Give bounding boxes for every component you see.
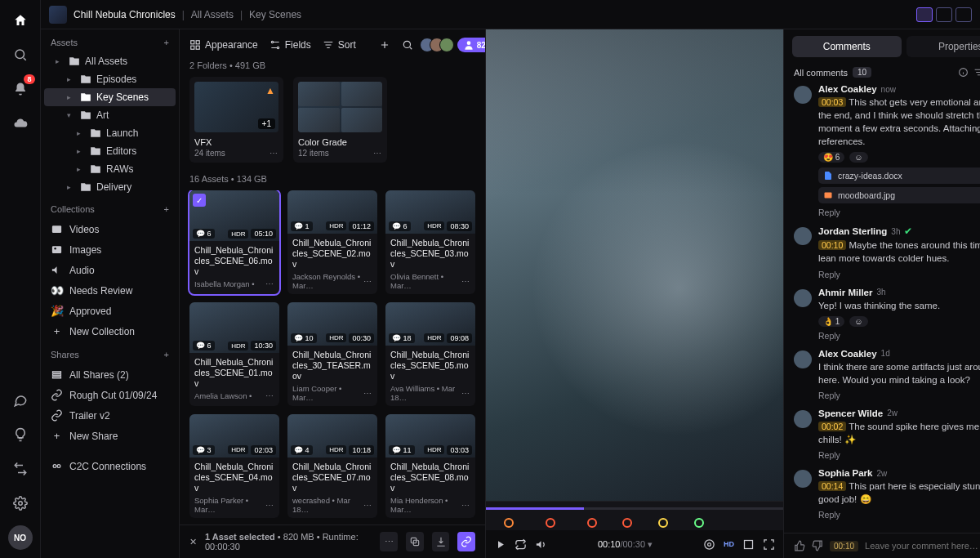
asset-card[interactable]: 💬 4 HDR10:18 Chill_Nebula_Chronicles_SCE… [287, 414, 377, 518]
asset-more-icon[interactable]: ⋯ [265, 501, 274, 510]
share-all[interactable]: All Shares (2) [41, 364, 179, 385]
collection-audio[interactable]: Audio [41, 260, 179, 280]
appearance-button[interactable]: Appearance [189, 39, 258, 51]
folder-card[interactable]: ▲ +1 VFX 24 items⋯ [189, 77, 283, 163]
filter-icon[interactable] [973, 67, 980, 78]
asset-more-icon[interactable]: ⋯ [265, 391, 274, 400]
new-share[interactable]: +New Share [41, 426, 179, 446]
asset-more-icon[interactable]: ⋯ [461, 389, 470, 398]
collection-needs-review[interactable]: 👀Needs Review [41, 280, 179, 301]
selected-check-icon[interactable]: ✓ [193, 194, 206, 207]
tree-delivery[interactable]: ▸Delivery [44, 178, 176, 196]
cloud-icon[interactable] [8, 111, 33, 136]
layout-single-pane[interactable] [956, 7, 972, 22]
sort-button[interactable]: Sort [323, 39, 356, 51]
loop-button[interactable] [514, 538, 527, 551]
thumbs-down-icon[interactable] [812, 540, 823, 551]
crumb-project[interactable]: Chill Nebula Chronicles [74, 9, 176, 20]
timecode-badge[interactable]: 00:02 [818, 422, 846, 431]
tree-key-scenes[interactable]: ▸Key Scenes [44, 88, 176, 106]
transfer-icon[interactable] [8, 457, 33, 481]
asset-more-icon[interactable]: ⋯ [265, 279, 274, 288]
add-reaction-icon[interactable]: ☺ [849, 316, 867, 327]
crumb-parent[interactable]: All Assets [191, 9, 234, 20]
timeline[interactable] [486, 501, 783, 516]
collection-images[interactable]: Images [41, 239, 179, 260]
commenter-avatar[interactable] [794, 410, 812, 428]
asset-card[interactable]: 💬 10 HDR00:30 Chill_Nebula_Chronicles_30… [287, 302, 377, 406]
asset-card[interactable]: 💬 1 HDR01:12 Chill_Nebula_Chronicles_SCE… [287, 190, 377, 294]
attachment[interactable]: moodboard.jpg [818, 187, 980, 203]
add-share-icon[interactable]: + [164, 350, 169, 359]
asset-card[interactable]: 💬 11 HDR03:03 Chill_Nebula_Chronicles_SC… [385, 414, 475, 518]
presence-count-pill[interactable]: 82 [457, 38, 486, 52]
reply-button[interactable]: Reply [818, 510, 840, 520]
layout-two-pane[interactable] [936, 7, 952, 22]
asset-card[interactable]: 💬 3 HDR02:03 Chill_Nebula_Chronicles_SCE… [189, 414, 279, 518]
timecode-badge[interactable]: 00:14 [818, 481, 846, 491]
tree-episodes[interactable]: ▸Episodes [44, 70, 176, 88]
quality-button[interactable] [703, 538, 715, 551]
folder-more-icon[interactable]: ⋯ [270, 149, 278, 158]
commenter-avatar[interactable] [794, 289, 812, 307]
crumb-current[interactable]: Key Scenes [249, 9, 301, 20]
tree-editors[interactable]: ▸Editors [44, 142, 176, 160]
lightbulb-icon[interactable] [8, 422, 33, 447]
tab-comments[interactable]: Comments [792, 36, 902, 57]
asset-card[interactable]: ✓ 💬 6 HDR05:10 Chill_Nebula_Chronicles_S… [189, 190, 279, 294]
volume-button[interactable] [535, 538, 547, 551]
tree-art[interactable]: ▾Art [44, 106, 176, 124]
asset-card[interactable]: 💬 6 HDR10:30 Chill_Nebula_Chronicles_SCE… [189, 302, 279, 406]
layout-three-pane[interactable] [916, 7, 933, 22]
tab-properties[interactable]: Properties [906, 36, 980, 57]
timecode-badge[interactable]: 00:03 [818, 97, 846, 107]
selection-share-button[interactable] [457, 532, 475, 551]
add-collection-icon[interactable]: + [164, 204, 169, 214]
reply-button[interactable]: Reply [818, 391, 840, 400]
commenter-avatar[interactable] [794, 350, 812, 368]
asset-card[interactable]: 💬 6 HDR08:30 Chill_Nebula_Chronicles_SCE… [385, 190, 475, 294]
asset-card[interactable]: 💬 18 HDR09:08 Chill_Nebula_Chronicles_SC… [385, 302, 475, 406]
tree-all-assets[interactable]: ▸All Assets [44, 52, 176, 70]
commenter-avatar[interactable] [794, 227, 812, 245]
tree-raws[interactable]: ▸RAWs [44, 160, 176, 178]
selection-download-button[interactable] [432, 532, 450, 551]
share-trailer[interactable]: Trailer v2 [41, 405, 179, 426]
selection-more-button[interactable]: ⋯ [380, 532, 398, 551]
presence-group[interactable]: 82 [425, 38, 486, 52]
chat-icon[interactable] [8, 388, 33, 413]
search-icon[interactable] [8, 42, 33, 67]
info-icon[interactable] [958, 67, 969, 78]
attachment[interactable]: crazy-ideas.docx [818, 167, 980, 184]
thumbs-up-icon[interactable] [794, 540, 805, 551]
reply-button[interactable]: Reply [818, 450, 840, 460]
search-assets-button[interactable] [402, 39, 413, 51]
reply-button[interactable]: Reply [818, 208, 840, 217]
tree-launch[interactable]: ▸Launch [44, 124, 176, 142]
asset-more-icon[interactable]: ⋯ [363, 501, 372, 510]
add-asset-icon[interactable]: + [164, 38, 169, 47]
project-thumbnail[interactable] [49, 6, 67, 24]
asset-more-icon[interactable]: ⋯ [363, 389, 372, 398]
user-avatar[interactable]: NO [8, 525, 33, 550]
asset-more-icon[interactable]: ⋯ [461, 501, 470, 510]
reply-button[interactable]: Reply [818, 331, 840, 341]
collection-approved[interactable]: 🎉Approved [41, 301, 179, 321]
c2c-connections[interactable]: C2C Connections [41, 456, 179, 476]
guides-button[interactable] [742, 538, 755, 551]
composer-timecode[interactable]: 00:10 [830, 541, 858, 551]
add-reaction-icon[interactable]: ☺ [849, 152, 867, 163]
reaction-pill[interactable]: 😍 6 [818, 152, 844, 163]
clear-selection-icon[interactable]: ✕ [189, 537, 197, 547]
reply-button[interactable]: Reply [818, 270, 840, 279]
folder-card[interactable]: Color Grade 12 items⋯ [293, 77, 387, 163]
collection-videos[interactable]: Videos [41, 219, 179, 239]
reaction-pill[interactable]: 👌 1 [818, 316, 844, 327]
timecode-badge[interactable]: 00:10 [818, 240, 846, 250]
share-rough-cut[interactable]: Rough Cut 01/09/24 [41, 385, 179, 405]
comment-input[interactable] [865, 541, 978, 551]
settings-icon[interactable] [8, 491, 33, 516]
commenter-avatar[interactable] [794, 86, 812, 104]
notifications-icon[interactable]: 8 [8, 77, 33, 101]
new-collection[interactable]: +New Collection [41, 321, 179, 341]
